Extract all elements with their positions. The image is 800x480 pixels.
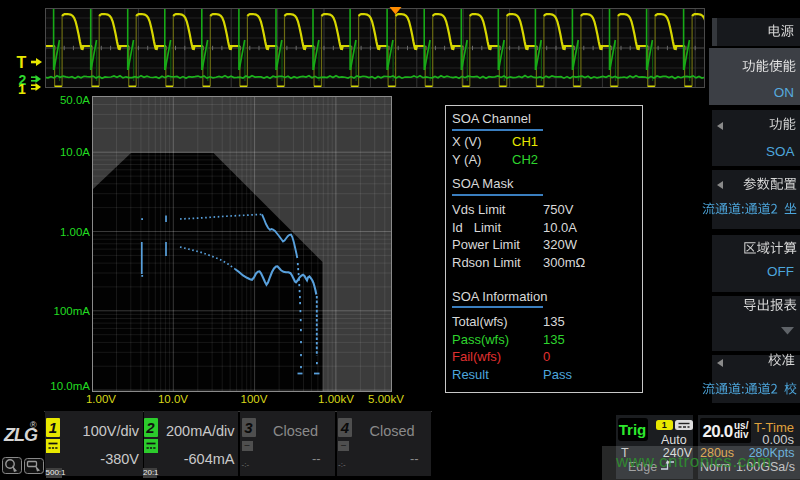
svg-text:10.0mA: 10.0mA [50,380,90,392]
svg-text:1.00A: 1.00A [60,226,90,238]
svg-text:10.0A: 10.0A [60,146,90,158]
svg-text:10.0V: 10.0V [158,393,188,405]
svg-text:100V: 100V [241,393,268,405]
svg-text:50.0A: 50.0A [60,94,90,106]
svg-text:1.00V: 1.00V [86,393,116,405]
svg-text:100mA: 100mA [54,305,91,317]
svg-text:1.00kV: 1.00kV [318,393,354,405]
svg-text:5.00kV: 5.00kV [368,393,404,405]
